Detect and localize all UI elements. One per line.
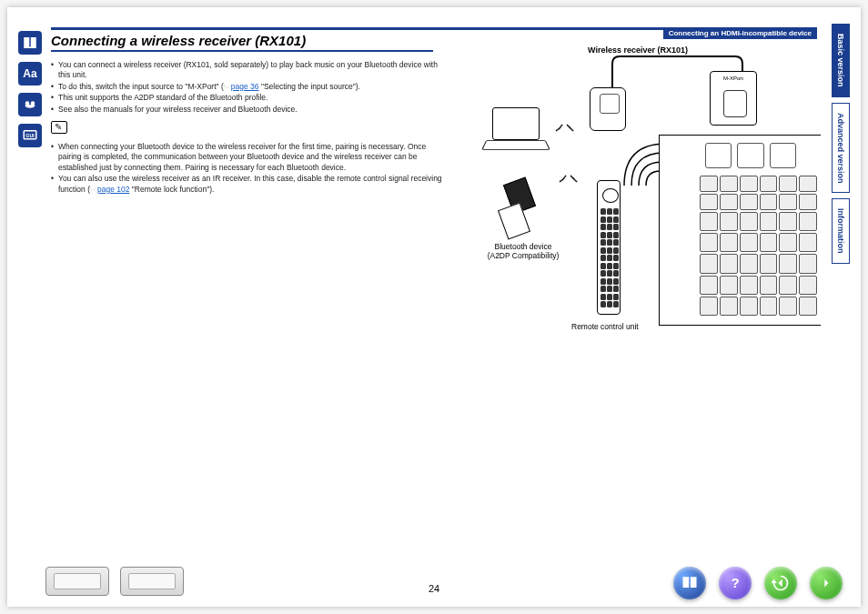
glossary-icon[interactable]: Aa (18, 62, 42, 86)
mxport-dock-icon (710, 71, 757, 126)
body-text: You can connect a wireless receiver (RX1… (51, 60, 442, 196)
footer-thumbnails (45, 567, 184, 596)
bullet: See also the manuals for your wireless r… (51, 105, 442, 115)
note-bullet: You can also use the wireless receiver a… (51, 174, 442, 195)
flip-phone-icon (502, 180, 539, 238)
note-icon (51, 121, 67, 134)
connection-diagram: Wireless receiver (RX101) ⟋⟍ ⟋⟍ Bluetoot… (462, 44, 817, 344)
note-bullet: When connecting your Bluetooth device to… (51, 142, 442, 173)
remote-caption: Remote control unit (571, 322, 639, 331)
page-title: Connecting a wireless receiver (RX101) (51, 33, 433, 52)
tab-basic-version[interactable]: Basic version (832, 24, 850, 97)
laptop-icon (484, 107, 548, 156)
lightning-icon: ⟋⟍ (553, 120, 575, 135)
gui-icon[interactable]: GUI (18, 124, 42, 147)
wireless-receiver-icon (590, 87, 626, 131)
remote-control-icon (597, 180, 621, 315)
help-button[interactable]: ? (719, 567, 752, 599)
page-link-102[interactable]: page 102 (97, 185, 129, 194)
book-icon[interactable] (18, 31, 42, 55)
mask-icon[interactable] (18, 93, 42, 116)
manual-page: Aa GUI Connecting an HDMI-incompatible d… (7, 7, 861, 607)
tab-advanced-version[interactable]: Advanced version (832, 103, 850, 194)
contents-button[interactable] (673, 567, 706, 599)
tab-information[interactable]: Information (832, 198, 850, 264)
bullet: You can connect a wireless receiver (RX1… (51, 60, 442, 81)
av-receiver-rear-icon (659, 135, 821, 326)
section-tag: Connecting an HDMI-incompatible device (663, 27, 817, 39)
next-page-button[interactable] (810, 567, 843, 599)
lightning-icon: ⟋⟍ (557, 171, 579, 186)
bullet: This unit supports the A2DP standard of … (51, 93, 442, 103)
page-link-36[interactable]: page 36 (231, 82, 259, 91)
prev-page-button[interactable] (764, 567, 797, 599)
device-front-thumb[interactable] (45, 567, 109, 596)
side-tabs: Basic version Advanced version Informati… (832, 24, 853, 269)
bluetooth-caption: Bluetooth device (A2DP Compatibility) (473, 242, 573, 260)
left-icon-rail: Aa GUI (18, 31, 45, 155)
svg-text:GUI: GUI (25, 133, 35, 138)
svg-text:?: ? (731, 575, 739, 590)
device-rear-thumb[interactable] (120, 567, 184, 596)
bullet: To do this, switch the input source to "… (51, 82, 442, 92)
footer-nav-buttons: ? (673, 567, 843, 599)
